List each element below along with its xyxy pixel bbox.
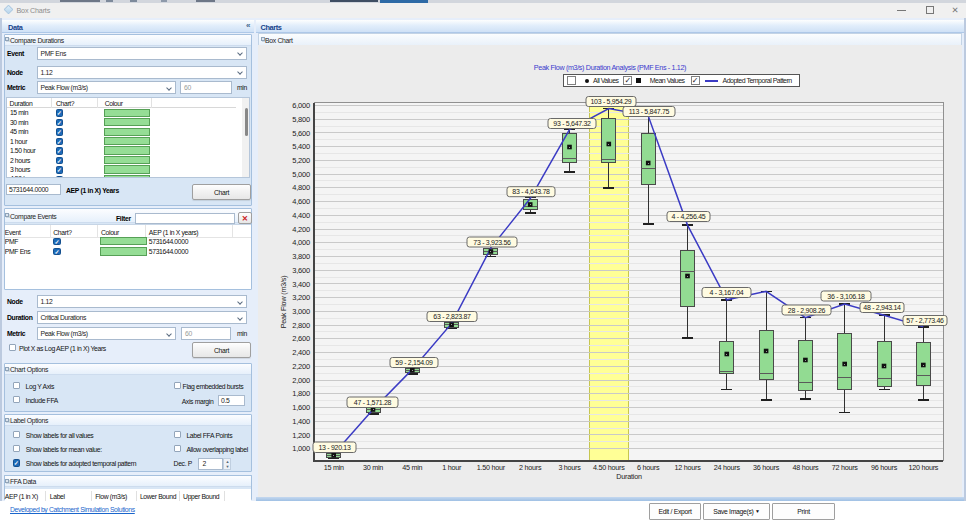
svg-text:5,800: 5,800 xyxy=(292,115,310,124)
svg-text:1,200: 1,200 xyxy=(292,431,310,440)
svg-text:12 hours: 12 hours xyxy=(675,463,702,472)
svg-text:36 - 3,106.18: 36 - 3,106.18 xyxy=(827,293,865,300)
svg-text:48 - 2,943.14: 48 - 2,943.14 xyxy=(863,304,901,311)
svg-text:1,000: 1,000 xyxy=(292,444,310,453)
svg-text:15 min: 15 min xyxy=(324,463,344,472)
svg-text:24 hours: 24 hours xyxy=(714,463,741,472)
svg-text:4,000: 4,000 xyxy=(292,238,310,247)
svg-text:2,600: 2,600 xyxy=(292,334,310,343)
svg-text:1.50 hour: 1.50 hour xyxy=(477,463,506,472)
svg-text:93 - 5,647.32: 93 - 5,647.32 xyxy=(553,120,591,127)
svg-text:120 hours: 120 hours xyxy=(908,463,938,472)
svg-text:48 hours: 48 hours xyxy=(792,463,819,472)
svg-text:30 min: 30 min xyxy=(363,463,383,472)
svg-text:36 hours: 36 hours xyxy=(753,463,780,472)
svg-text:73 - 3,923.56: 73 - 3,923.56 xyxy=(473,239,511,246)
svg-text:2,800: 2,800 xyxy=(292,321,310,330)
svg-text:57 - 2,773.46: 57 - 2,773.46 xyxy=(906,317,944,324)
svg-text:2,000: 2,000 xyxy=(292,376,310,385)
svg-text:1,400: 1,400 xyxy=(292,417,310,426)
svg-text:Peak Flow (m3/s): Peak Flow (m3/s) xyxy=(279,276,288,329)
svg-text:4,200: 4,200 xyxy=(292,225,310,234)
svg-text:6 hours: 6 hours xyxy=(637,463,660,472)
svg-text:1,800: 1,800 xyxy=(292,389,310,398)
svg-text:3,400: 3,400 xyxy=(292,280,310,289)
svg-text:4 - 3,167.04: 4 - 3,167.04 xyxy=(710,289,744,296)
svg-text:5,200: 5,200 xyxy=(292,156,310,165)
svg-text:72 hours: 72 hours xyxy=(832,463,859,472)
svg-text:Duration: Duration xyxy=(616,472,642,481)
svg-text:2 hours: 2 hours xyxy=(519,463,542,472)
svg-text:4,400: 4,400 xyxy=(292,211,310,220)
svg-text:4,600: 4,600 xyxy=(292,197,310,206)
svg-text:4.50 hours: 4.50 hours xyxy=(593,463,625,472)
svg-text:3,800: 3,800 xyxy=(292,252,310,261)
svg-text:6,000: 6,000 xyxy=(292,101,310,110)
svg-text:3,600: 3,600 xyxy=(292,266,310,275)
svg-text:3,000: 3,000 xyxy=(292,307,310,316)
svg-text:96 hours: 96 hours xyxy=(871,463,898,472)
svg-text:3,200: 3,200 xyxy=(292,293,310,302)
svg-text:4 - 4,256.45: 4 - 4,256.45 xyxy=(672,213,706,220)
svg-text:5,600: 5,600 xyxy=(292,129,310,138)
svg-text:63 - 2,823.87: 63 - 2,823.87 xyxy=(433,313,471,320)
svg-text:113 - 5,847.75: 113 - 5,847.75 xyxy=(629,108,670,115)
svg-text:59 - 2,154.09: 59 - 2,154.09 xyxy=(395,359,433,366)
svg-text:2,400: 2,400 xyxy=(292,348,310,357)
svg-text:1 hour: 1 hour xyxy=(442,463,462,472)
svg-text:13 - 920.13: 13 - 920.13 xyxy=(318,444,351,451)
svg-text:4,800: 4,800 xyxy=(292,183,310,192)
svg-text:5,000: 5,000 xyxy=(292,170,310,179)
svg-text:2,200: 2,200 xyxy=(292,362,310,371)
svg-text:1,600: 1,600 xyxy=(292,403,310,412)
svg-text:45 min: 45 min xyxy=(402,463,422,472)
svg-text:83 - 4,643.78: 83 - 4,643.78 xyxy=(512,188,550,195)
svg-text:28 - 2,908.26: 28 - 2,908.26 xyxy=(788,307,826,314)
svg-text:103 - 5,954.29: 103 - 5,954.29 xyxy=(591,98,632,105)
svg-text:5,400: 5,400 xyxy=(292,142,310,151)
svg-text:47 - 1,571.28: 47 - 1,571.28 xyxy=(354,399,392,406)
svg-text:3 hours: 3 hours xyxy=(558,463,581,472)
